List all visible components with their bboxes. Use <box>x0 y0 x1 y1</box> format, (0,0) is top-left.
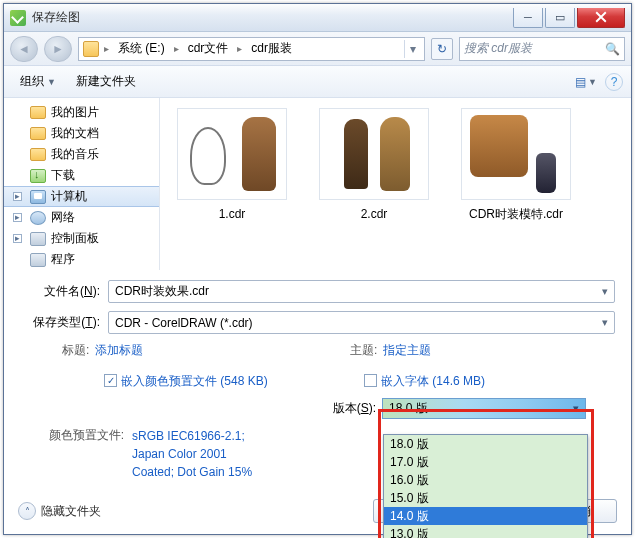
expand-icon[interactable]: ▸ <box>13 234 22 243</box>
sidebar-item-music[interactable]: 我的音乐 <box>4 144 159 165</box>
version-label: 版本(S): <box>320 400 382 417</box>
chevron-up-icon: ˄ <box>18 502 36 520</box>
breadcrumb[interactable]: ▸ 系统 (E:) ▸ cdr文件 ▸ cdr服装 ▾ <box>78 37 425 61</box>
breadcrumb-folder1[interactable]: cdr文件 <box>184 38 233 59</box>
version-option[interactable]: 17.0 版 <box>384 453 587 471</box>
toolbar: 组织▼ 新建文件夹 ▤▼ ? <box>4 66 631 98</box>
sidebar-item-documents[interactable]: 我的文档 <box>4 123 159 144</box>
version-option[interactable]: 13.0 版 <box>384 525 587 538</box>
organize-button[interactable]: 组织▼ <box>12 69 64 94</box>
file-item[interactable]: 2.cdr <box>316 108 432 260</box>
nav-back-button[interactable]: ◄ <box>10 36 38 62</box>
file-thumbnail <box>177 108 287 200</box>
refresh-button[interactable]: ↻ <box>431 38 453 60</box>
form-area: 文件名(N): CDR时装效果.cdr 保存类型(T): CDR - Corel… <box>4 270 631 532</box>
file-thumbnail <box>461 108 571 200</box>
chevron-down-icon: ▼ <box>47 77 56 87</box>
title-label: 标题: <box>62 342 89 359</box>
filename-label: 文件名(N): <box>20 283 108 300</box>
file-grid[interactable]: 1.cdr 2.cdr CDR时装模特.cdr <box>160 98 631 270</box>
chevron-right-icon: ▸ <box>102 43 111 54</box>
filetype-select[interactable]: CDR - CorelDRAW (*.cdr) <box>108 311 615 334</box>
sidebar-item-downloads[interactable]: 下载 <box>4 165 159 186</box>
app-icon <box>10 10 26 26</box>
search-input[interactable]: 搜索 cdr服装 🔍 <box>459 37 625 61</box>
expand-icon[interactable]: ▸ <box>13 213 22 222</box>
programs-icon <box>30 253 46 267</box>
file-name: 2.cdr <box>316 206 432 222</box>
embed-font-label[interactable]: 嵌入字体 (14.6 MB) <box>381 373 485 390</box>
chevron-right-icon: ▸ <box>235 43 244 54</box>
search-placeholder: 搜索 cdr服装 <box>464 40 532 57</box>
nav-forward-button[interactable]: ► <box>44 36 72 62</box>
chevron-right-icon: ▸ <box>172 43 181 54</box>
file-name: 1.cdr <box>174 206 290 222</box>
title-link[interactable]: 添加标题 <box>95 342 143 359</box>
hide-folders-button[interactable]: ˄ 隐藏文件夹 <box>18 502 101 520</box>
version-option[interactable]: 16.0 版 <box>384 471 587 489</box>
file-item[interactable]: CDR时装模特.cdr <box>458 108 574 260</box>
titlebar: 保存绘图 ─ ▭ <box>4 4 631 32</box>
breadcrumb-drive[interactable]: 系统 (E:) <box>114 38 169 59</box>
control-panel-icon <box>30 232 46 246</box>
version-option[interactable]: 15.0 版 <box>384 489 587 507</box>
folder-icon <box>83 41 99 57</box>
color-profiles-value: sRGB IEC61966-2.1; Japan Color 2001 Coat… <box>132 427 252 481</box>
computer-icon <box>30 190 46 204</box>
sidebar: 我的图片 我的文档 我的音乐 下载 ▸计算机 ▸网络 ▸控制面板 程序 <box>4 98 160 270</box>
filetype-label: 保存类型(T): <box>20 314 108 331</box>
version-option-selected[interactable]: 14.0 版 <box>384 507 587 525</box>
version-select[interactable]: 18.0 版 <box>382 398 586 419</box>
search-icon: 🔍 <box>605 42 620 56</box>
file-item[interactable]: 1.cdr <box>174 108 290 260</box>
filename-input[interactable]: CDR时装效果.cdr <box>108 280 615 303</box>
minimize-button[interactable]: ─ <box>513 8 543 28</box>
sidebar-item-computer[interactable]: ▸计算机 <box>4 186 159 207</box>
sidebar-item-programs[interactable]: 程序 <box>4 249 159 270</box>
file-thumbnail <box>319 108 429 200</box>
folder-icon <box>30 106 46 119</box>
close-button[interactable] <box>577 8 625 28</box>
file-name: CDR时装模特.cdr <box>458 206 574 222</box>
version-dropdown[interactable]: 18.0 版 17.0 版 16.0 版 15.0 版 14.0 版 13.0 … <box>383 434 588 538</box>
help-button[interactable]: ? <box>605 73 623 91</box>
embed-color-label[interactable]: 嵌入颜色预置文件 (548 KB) <box>121 373 268 390</box>
maximize-button[interactable]: ▭ <box>545 8 575 28</box>
embed-color-checkbox[interactable]: ✓ <box>104 374 117 387</box>
sidebar-item-controlpanel[interactable]: ▸控制面板 <box>4 228 159 249</box>
nav-row: ◄ ► ▸ 系统 (E:) ▸ cdr文件 ▸ cdr服装 ▾ ↻ 搜索 cdr… <box>4 32 631 66</box>
breadcrumb-folder2[interactable]: cdr服装 <box>247 38 296 59</box>
expand-icon[interactable]: ▸ <box>13 192 22 201</box>
color-profiles-label: 颜色预置文件: <box>12 427 132 481</box>
version-option[interactable]: 18.0 版 <box>384 435 587 453</box>
breadcrumb-dropdown-icon[interactable]: ▾ <box>404 40 420 58</box>
embed-font-checkbox[interactable] <box>364 374 377 387</box>
sidebar-item-network[interactable]: ▸网络 <box>4 207 159 228</box>
new-folder-button[interactable]: 新建文件夹 <box>68 69 144 94</box>
sidebar-item-pictures[interactable]: 我的图片 <box>4 102 159 123</box>
subject-label: 主题: <box>350 342 377 359</box>
view-options-button[interactable]: ▤▼ <box>573 71 599 93</box>
folder-icon <box>30 148 46 161</box>
network-icon <box>30 211 46 225</box>
folder-icon <box>30 127 46 140</box>
download-icon <box>30 169 46 183</box>
subject-link[interactable]: 指定主题 <box>383 342 431 359</box>
window-title: 保存绘图 <box>32 9 80 26</box>
